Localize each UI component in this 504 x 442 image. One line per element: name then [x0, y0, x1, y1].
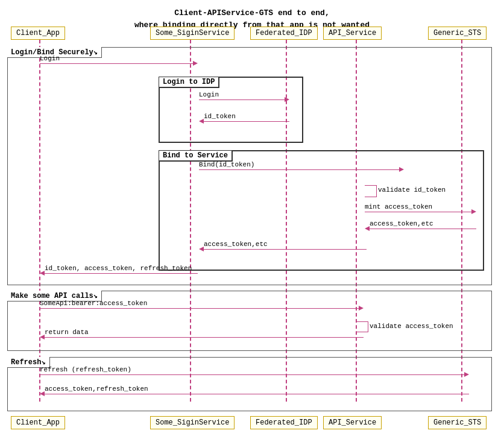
lifeline-box-generic-sts-bottom: Generic_STS	[428, 416, 487, 429]
frame-login-bind: Login/Bind Securely↘ Login Login to IDP …	[7, 47, 492, 285]
frame-refresh: Refresh↘ refresh (refresh_token) access_…	[7, 357, 492, 411]
arrow-login-idp: Login	[199, 99, 289, 100]
lifeline-box-sign-service-top: Some_SiginService	[150, 27, 235, 40]
inner-frame-bind-service: Bind to Service Bind(id_token) validate …	[159, 150, 484, 271]
arrow-refresh-back: access_token,refresh_token	[40, 394, 469, 394]
arrow-id-token-inner: id_token	[199, 121, 289, 122]
arrow-return-data: return data	[40, 337, 364, 338]
frame-api-calls: Make some API calls↘ SomeApi:bearer:acce…	[7, 291, 492, 351]
inner-frame-login-idp: Login to IDP Login id_token	[159, 77, 303, 143]
inner-frame-bind-service-label: Bind to Service	[159, 151, 233, 162]
inner-frame-login-idp-label: Login to IDP	[159, 77, 219, 88]
arrow-tokens-to-client: id_token, access_token, refresh_token	[40, 273, 198, 274]
lifeline-box-sign-service-bottom: Some_SiginService	[150, 416, 235, 429]
lifeline-box-client-app-top: Client_App	[11, 27, 65, 40]
arrow-bind-id-token: Bind(id_token)	[199, 169, 404, 170]
lifeline-box-federated-idp-top: Federated_IDP	[250, 27, 318, 40]
lifeline-box-client-app-bottom: Client_App	[11, 416, 65, 429]
arrow-mint: mint access_token	[365, 212, 476, 212]
arrow-api-call: SomeApi:bearer:access_token	[40, 308, 364, 309]
sequence-diagram: Client-APIService-GTS end to end, where …	[0, 0, 504, 442]
lifeline-box-generic-sts-top: Generic_STS	[428, 27, 487, 40]
arrow-login: Login	[40, 63, 198, 64]
lifeline-box-api-service-top: API_Service	[323, 27, 382, 40]
lifeline-box-federated-idp-bottom: Federated_IDP	[250, 416, 318, 429]
lifeline-box-api-service-bottom: API_Service	[323, 416, 382, 429]
arrow-access-token-back: access_token,etc	[365, 229, 476, 229]
arrow-access-token-sign: access_token,etc	[199, 249, 367, 250]
arrow-refresh: refresh (refresh_token)	[40, 374, 469, 375]
